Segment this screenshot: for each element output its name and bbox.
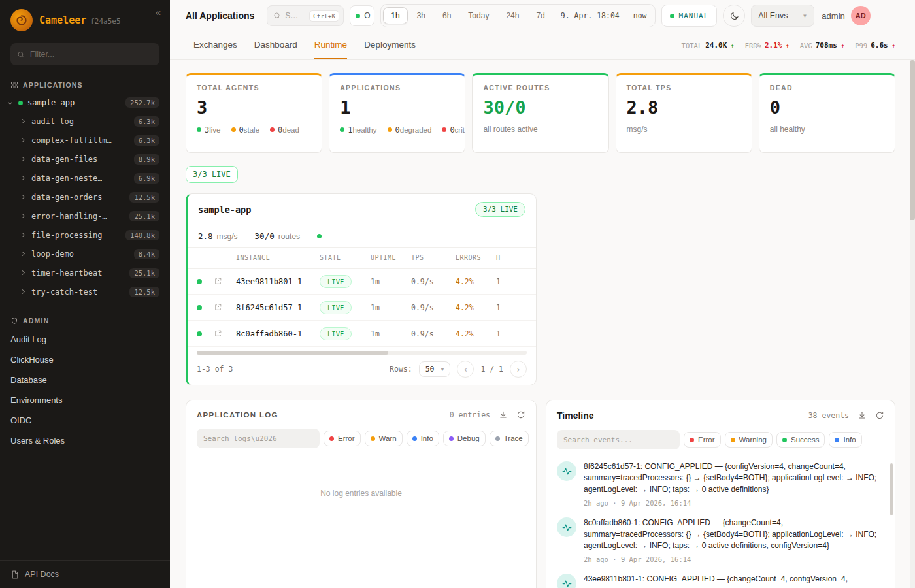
filter-chip-trace[interactable]: Trace xyxy=(490,431,529,446)
card-total-agents: TOTAL AGENTS 3 3live 0stale 0dead xyxy=(186,73,322,153)
timeline-scrollbar-thumb[interactable] xyxy=(890,463,893,515)
sidebar-item-timer-heartbeat[interactable]: timer-heartbeat25.1k xyxy=(0,263,170,282)
list-item[interactable]: 43ee9811b801-1: CONFIG_APPLIED — {change… xyxy=(557,574,882,588)
sidebar-item-data-gen-files[interactable]: data-gen-files8.9k xyxy=(0,150,170,169)
refresh-icon[interactable] xyxy=(875,411,884,420)
document-icon xyxy=(10,570,19,579)
external-link-icon[interactable] xyxy=(214,329,236,338)
sidebar-item-error-handling[interactable]: error-handling-…25.1k xyxy=(0,206,170,225)
admin-section-header: ADMIN xyxy=(0,309,170,329)
page-scrollbar[interactable] xyxy=(910,60,915,588)
sidebar-item-clickhouse[interactable]: ClickHouse xyxy=(0,350,170,370)
sidebar-item-sample-app[interactable]: sample app 252.7k xyxy=(0,93,170,112)
event-text: 8f6245c61d57-1: CONFIG_APPLIED — {config… xyxy=(584,462,876,494)
range-7d[interactable]: 7d xyxy=(528,7,552,24)
api-docs-link[interactable]: API Docs xyxy=(0,560,170,588)
external-link-icon[interactable] xyxy=(214,277,236,286)
state-pill: LIVE xyxy=(320,275,352,288)
live-filter-badge[interactable]: 3/3 LIVE xyxy=(186,166,238,183)
connection-status-chip[interactable]: O xyxy=(350,5,374,26)
table-row[interactable]: 8f6245c61d57-1 LIVE 1m 0.9/s 4.2% 1 xyxy=(188,295,536,321)
scrollbar-thumb[interactable] xyxy=(910,60,915,220)
sidebar-filter-input[interactable] xyxy=(30,50,153,59)
filter-chip-success[interactable]: Success xyxy=(776,432,825,448)
sidebar-item-loop-demo[interactable]: loop-demo8.4k xyxy=(0,244,170,263)
card-value: 2.8 xyxy=(627,99,741,116)
card-title: ACTIVE ROUTES xyxy=(483,84,597,91)
filter-chip-info[interactable]: Info xyxy=(829,432,861,448)
date-range[interactable]: 9. Apr. 18:04 — now xyxy=(561,11,647,20)
sidebar-collapse-icon[interactable]: « xyxy=(156,7,161,18)
error-dot xyxy=(329,436,334,441)
chevron-right-icon xyxy=(20,137,27,144)
event-text: 8c0affadb860-1: CONFIG_APPLIED — {change… xyxy=(584,518,876,550)
sidebar-item-oidc[interactable]: OIDC xyxy=(0,410,170,431)
refresh-icon[interactable] xyxy=(516,410,525,419)
filter-chip-error[interactable]: Error xyxy=(324,431,361,446)
range-today[interactable]: Today xyxy=(460,7,497,24)
trend-up-icon: ↑ xyxy=(840,42,844,50)
global-search[interactable]: S… Ctrl+K xyxy=(267,5,344,26)
rows-per-page-select[interactable]: 50▼ xyxy=(419,361,451,377)
app-name: audit-log xyxy=(31,117,74,126)
tab-dashboard[interactable]: Dashboard xyxy=(254,31,297,59)
trace-dot xyxy=(495,436,500,441)
filter-chip-warning[interactable]: Warning xyxy=(725,432,773,448)
tab-exchanges[interactable]: Exchanges xyxy=(193,31,237,59)
sidebar-item-complex-fulfillment[interactable]: complex-fulfillm…6.3k xyxy=(0,131,170,150)
app-name: file-processing xyxy=(31,231,102,240)
download-icon[interactable] xyxy=(857,411,867,420)
sidebar-item-database[interactable]: Database xyxy=(0,370,170,390)
count-badge: 25.1k xyxy=(129,211,159,221)
download-icon[interactable] xyxy=(499,410,508,419)
sidebar-item-users-roles[interactable]: Users & Roles xyxy=(0,431,170,451)
table-row[interactable]: 43ee9811b801-1 LIVE 1m 0.9/s 4.2% 1 xyxy=(188,269,536,295)
info-dot xyxy=(835,438,839,442)
tab-runtime[interactable]: Runtime xyxy=(314,31,347,59)
sidebar-item-data-gen-orders[interactable]: data-gen-orders12.5k xyxy=(0,188,170,206)
card-applications: APPLICATIONS 1 1healthy 0degraded 0criti xyxy=(329,73,465,153)
count-badge: 252.7k xyxy=(125,97,159,108)
prev-page-button[interactable]: ‹ xyxy=(457,361,474,378)
timeline-search-input[interactable] xyxy=(557,430,680,449)
sidebar-filter[interactable] xyxy=(10,43,159,65)
range-3h[interactable]: 3h xyxy=(409,7,433,24)
log-search-input[interactable] xyxy=(197,429,320,448)
manual-refresh-button[interactable]: MANUAL xyxy=(661,5,718,27)
filter-chip-info[interactable]: Info xyxy=(407,431,439,446)
sidebar-item-try-catch-test[interactable]: try-catch-test12.5k xyxy=(0,282,170,301)
external-link-icon[interactable] xyxy=(214,303,236,312)
sample-app-card: sample-app 3/3 LIVE 2.8 msg/s 30/0 route… xyxy=(186,193,537,385)
sidebar-item-file-processing[interactable]: file-processing140.8k xyxy=(0,225,170,244)
environment-select[interactable]: All Envs ▼ xyxy=(751,5,814,27)
filter-chip-warn[interactable]: Warn xyxy=(365,431,403,446)
breakdown-stale: 0stale xyxy=(231,125,260,135)
sidebar-item-audit-log[interactable]: audit-log6.3k xyxy=(0,112,170,131)
range-1h[interactable]: 1h xyxy=(383,7,407,24)
filter-chip-error[interactable]: Error xyxy=(684,432,721,448)
list-item[interactable]: 8c0affadb860-1: CONFIG_APPLIED — {change… xyxy=(557,517,882,563)
list-item[interactable]: 8f6245c61d57-1: CONFIG_APPLIED — {config… xyxy=(557,461,882,507)
table-row[interactable]: 8c0affadb860-1 LIVE 1m 0.9/s 4.2% 1 xyxy=(188,321,536,347)
app-name: data-gen-neste… xyxy=(31,174,102,183)
range-6h[interactable]: 6h xyxy=(435,7,459,24)
pulse-icon xyxy=(562,579,572,588)
dark-mode-toggle[interactable] xyxy=(723,5,745,27)
tps: 0.9/s xyxy=(411,329,456,338)
sidebar-item-environments[interactable]: Environments xyxy=(0,390,170,410)
avatar[interactable]: AD xyxy=(851,6,871,25)
card-active-routes: ACTIVE ROUTES 30/0 all routes active xyxy=(472,73,608,153)
range-24h[interactable]: 24h xyxy=(498,7,527,24)
next-page-button[interactable]: › xyxy=(510,361,527,378)
sidebar-item-audit-log-admin[interactable]: Audit Log xyxy=(0,329,170,350)
sidebar-item-data-gen-nested[interactable]: data-gen-neste…6.9k xyxy=(0,169,170,188)
search-shortcut: Ctrl+K xyxy=(309,10,339,22)
stat-total: TOTAL24.0K↑ xyxy=(682,41,735,50)
app-title: Cameleer xyxy=(39,14,86,26)
panel-title: Timeline xyxy=(557,410,594,421)
filter-chip-debug[interactable]: Debug xyxy=(443,431,486,446)
app-card-stats: 2.8 msg/s 30/0 routes xyxy=(188,225,536,248)
debug-dot xyxy=(449,436,454,441)
online-dot xyxy=(356,14,360,18)
tab-deployments[interactable]: Deployments xyxy=(364,31,416,59)
